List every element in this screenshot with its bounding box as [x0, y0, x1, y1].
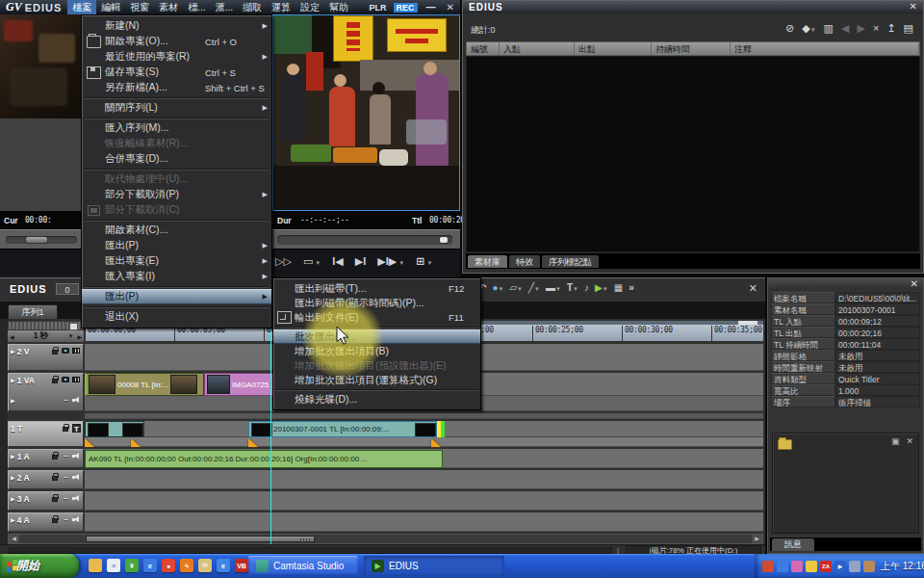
menu-item[interactable]: 儲存專案(S)Ctrl + S [82, 65, 271, 80]
export-icon[interactable]: ↥ [886, 22, 895, 37]
zoom-value[interactable]: 1 秒 [16, 330, 66, 342]
menu-item[interactable]: 匯入專案(I)▶ [82, 269, 271, 284]
menu-item[interactable]: 關閉序列(L)▶ [82, 100, 271, 116]
set-in-point-button[interactable]: I◀ [332, 255, 344, 268]
waveform-icon[interactable]: ~ [62, 452, 70, 460]
scroll-right-icon[interactable]: ▶ [752, 535, 762, 543]
display-mode-button[interactable]: ▭▼ [303, 255, 321, 268]
menu-item[interactable]: 新建(N)▶ [82, 18, 271, 34]
marker-icon[interactable]: ◆▼ [802, 22, 815, 37]
display-icon[interactable] [849, 561, 860, 572]
shuttle-track-left[interactable] [6, 236, 77, 244]
menubar-item-運算[interactable]: 運算 [267, 0, 295, 14]
track-header-2a[interactable]: ▶2 A~ [8, 470, 84, 489]
menu-item[interactable]: 匯出(P)▶ [82, 238, 271, 253]
menu-item[interactable]: 部分下載取消(P)▶ [82, 187, 271, 202]
close-button[interactable]: ✕ [445, 2, 456, 13]
expand-icon[interactable]: ▶ [11, 377, 15, 383]
expand-icon[interactable]: ▶ [11, 516, 15, 523]
track-header-1va[interactable]: ▶1 VA▶~ [8, 373, 84, 411]
preview-right-pane[interactable] [272, 14, 460, 211]
menubar-item-檔案[interactable]: 檔案 [67, 0, 96, 14]
voiceover-icon[interactable]: ♪ [584, 282, 589, 293]
column-header-編號[interactable]: 編號 [467, 42, 500, 55]
track-header-2v[interactable]: ▶2 V [8, 344, 84, 371]
plr-button[interactable]: PLR [370, 3, 387, 13]
expand-icon[interactable]: ▶ [11, 397, 15, 404]
menu-item[interactable]: 另存新檔(A)...Shift + Ctrl + S [82, 80, 271, 95]
expand-icon[interactable]: ▶ [11, 495, 15, 502]
track-header-3a[interactable]: ▶3 A~ [8, 491, 84, 511]
track-header-4a[interactable]: ▶4 A~ [8, 512, 84, 532]
track-lane-3a[interactable] [85, 491, 763, 511]
menu-item[interactable]: 匯出到磁帶(T)...F12 [273, 281, 480, 296]
menu-item[interactable]: 增加批次匯出項目(B) [273, 344, 480, 358]
clip-va2[interactable]: IMGA0725 [204, 373, 274, 396]
track-header-1a[interactable]: ▶1 A~ [8, 449, 84, 468]
menu-item[interactable]: 匯出到磁帶(顯示時間碼)(P)... [273, 296, 480, 310]
browser-icon[interactable]: e [217, 559, 230, 572]
position-track-right[interactable] [277, 235, 452, 245]
menubar-item-標...[interactable]: 標... [183, 0, 210, 14]
play-around-button[interactable]: ▶I▶▼ [377, 255, 404, 268]
menubar-item-素材[interactable]: 素材 [154, 0, 183, 14]
list-icon[interactable]: ▤ [904, 22, 913, 37]
bin-list-area[interactable] [466, 56, 920, 252]
mixer-marker[interactable] [85, 438, 94, 447]
zoom-left-arrow[interactable]: ◀ [8, 333, 16, 340]
waveform-icon[interactable]: ~ [62, 473, 70, 482]
mixer-marker[interactable] [248, 438, 258, 447]
menu-item[interactable]: 增加批次匯出項目(運算格式)(G) [273, 373, 480, 387]
zonealarm-icon[interactable]: ZA [820, 561, 832, 572]
expand-icon[interactable]: ▶ [11, 474, 15, 481]
taskbar-button-edius[interactable]: ▶ EDIUS [364, 556, 504, 576]
lock-icon[interactable] [51, 452, 60, 460]
render-icon[interactable]: ▶▼ [595, 282, 608, 293]
bin-title-bar[interactable]: EDIUS ✕ [463, 1, 923, 13]
start-button[interactable]: 開始 [0, 554, 79, 578]
clip-a1[interactable]: AK090 TL [In:00:00:00;00 Out:00:00:20;16… [85, 450, 443, 468]
info-close-icon[interactable]: ✕ [911, 279, 918, 289]
lock-icon[interactable] [62, 424, 70, 433]
film-icon[interactable] [72, 376, 81, 384]
export-button[interactable]: ⊞▼ [416, 255, 432, 268]
media-app-icon[interactable]: ¥ [125, 559, 139, 572]
menu-item[interactable]: 燒錄光碟(D)... [273, 392, 480, 407]
folder-icon[interactable] [89, 559, 102, 572]
column-header-注釋[interactable]: 注釋 [731, 42, 919, 55]
waveform-icon[interactable]: ~ [62, 396, 70, 405]
playhead[interactable] [270, 321, 271, 544]
lock-icon[interactable] [51, 515, 60, 524]
menubar-item-編輯[interactable]: 編輯 [96, 0, 125, 14]
fade-icon[interactable]: ╱▼ [528, 282, 540, 293]
menubar-item-視窗[interactable]: 視窗 [125, 0, 154, 14]
fast-forward-button[interactable]: ▷▷ [275, 255, 292, 268]
menubar-item-幫助[interactable]: 幫助 [324, 0, 353, 14]
speaker-icon[interactable] [72, 396, 81, 405]
speaker-icon[interactable] [72, 515, 81, 524]
menu-item[interactable]: 退出(X) [82, 309, 271, 325]
menu-item[interactable]: 批次匯出(H)... [273, 329, 480, 344]
volume-icon[interactable] [863, 561, 875, 572]
menubar-item-設定[interactable]: 設定 [295, 0, 324, 14]
rec-button[interactable]: REC [394, 3, 418, 13]
monitor-icon[interactable] [62, 376, 70, 384]
clip-t2[interactable]: 20100307-0001 TL [In:00:00:09;... [248, 421, 437, 437]
preview-left-pane[interactable] [0, 14, 82, 211]
view-icon[interactable]: ▥ [824, 22, 834, 37]
menubar-item-滙...[interactable]: 滙... [211, 0, 238, 14]
lock-icon[interactable] [51, 376, 60, 384]
track-lane-4a[interactable] [85, 512, 763, 532]
menu-item[interactable]: 匯出(P)▶ [82, 289, 271, 304]
speaker-icon[interactable] [72, 473, 81, 482]
lock-icon[interactable] [51, 494, 60, 503]
set-out-point-button[interactable]: ▶I [355, 255, 367, 268]
menu-item[interactable]: 最近使用的專案(R)▶ [82, 49, 271, 65]
chrome-icon[interactable]: ● [162, 559, 175, 572]
menu-item[interactable]: 取代物處理中(U)... [82, 171, 271, 187]
expand-icon[interactable]: ▶ [11, 348, 15, 355]
title-track-icon[interactable]: T [72, 424, 81, 433]
speaker-icon[interactable] [72, 452, 81, 460]
smiley-icon[interactable] [806, 561, 817, 572]
mixer-marker[interactable] [131, 438, 141, 447]
